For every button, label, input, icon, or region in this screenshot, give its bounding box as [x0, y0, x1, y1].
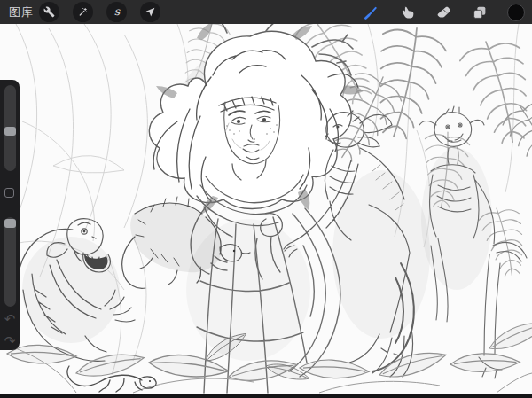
actions-button[interactable]	[39, 2, 59, 22]
brush-size-handle[interactable]	[4, 127, 16, 136]
brush-size-slider[interactable]	[4, 85, 16, 171]
canvas-artwork	[0, 24, 532, 394]
sidebar: ↶ ↷	[0, 80, 20, 350]
transform-button[interactable]	[140, 2, 160, 22]
color-button[interactable]	[507, 3, 525, 22]
eraser-icon	[435, 4, 451, 20]
topbar: 图库 S	[0, 0, 532, 24]
layers-button[interactable]	[471, 3, 489, 22]
gallery-button[interactable]: 图库	[9, 4, 34, 20]
smudge-button[interactable]	[398, 3, 416, 22]
eraser-button[interactable]	[434, 3, 452, 22]
paint-brush-button[interactable]	[362, 3, 379, 22]
left-tool-group: S	[39, 2, 160, 22]
procreate-app: 图库 S	[0, 0, 532, 398]
opacity-handle[interactable]	[4, 219, 16, 228]
svg-text:S: S	[113, 7, 120, 16]
adjustments-button[interactable]	[73, 2, 93, 22]
transform-arrow-icon	[145, 6, 156, 18]
screen-bottom-edge	[0, 394, 532, 398]
wrench-icon	[43, 6, 55, 18]
right-tool-group	[362, 3, 525, 22]
color-swatch	[507, 4, 525, 21]
modify-button[interactable]	[4, 188, 14, 198]
magic-wand-icon	[77, 6, 89, 18]
opacity-slider[interactable]	[4, 217, 16, 307]
smudge-finger-icon	[399, 4, 415, 20]
layers-icon	[472, 4, 488, 20]
redo-button[interactable]: ↷	[0, 332, 20, 350]
canvas[interactable]	[0, 24, 532, 394]
selection-button[interactable]: S	[106, 2, 127, 22]
selection-s-icon: S	[111, 6, 123, 19]
undo-button[interactable]: ↶	[0, 310, 20, 328]
paint-brush-icon	[363, 4, 379, 20]
